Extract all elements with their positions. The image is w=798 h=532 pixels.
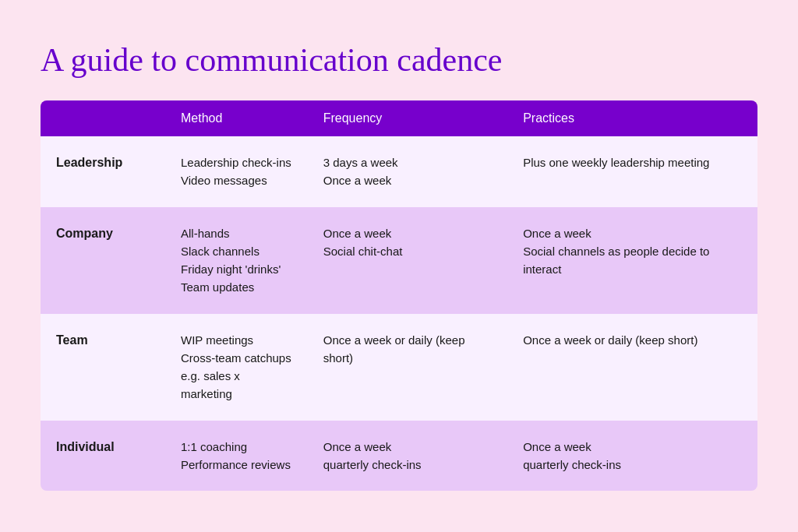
row-frequency: Once a week quarterly check-ins	[308, 421, 507, 491]
row-method: All-hands Slack channels Friday night 'd…	[165, 207, 308, 314]
table-row: TeamWIP meetings Cross-team catchups e.g…	[41, 314, 757, 421]
row-label: Leadership	[41, 136, 165, 207]
col-header-practices: Practices	[507, 100, 757, 136]
row-method: 1:1 coaching Performance reviews	[165, 421, 308, 491]
row-label: Individual	[41, 421, 165, 491]
table-row: CompanyAll-hands Slack channels Friday n…	[41, 207, 757, 314]
col-header-frequency: Frequency	[308, 100, 507, 136]
row-label: Team	[41, 314, 165, 421]
row-practices: Plus one weekly leadership meeting	[507, 136, 757, 207]
row-frequency: Once a week or daily (keep short)	[308, 314, 507, 421]
page-title: A guide to communication cadence	[41, 41, 757, 79]
row-method: Leadership check-ins Video messages	[165, 136, 308, 207]
row-label: Company	[41, 207, 165, 314]
row-frequency: 3 days a week Once a week	[308, 136, 507, 207]
row-frequency: Once a week Social chit-chat	[308, 207, 507, 314]
row-practices: Once a week or daily (keep short)	[507, 314, 757, 421]
col-header-method: Method	[165, 100, 308, 136]
table-row: Individual1:1 coaching Performance revie…	[41, 421, 757, 491]
table-header-row: Method Frequency Practices	[41, 100, 757, 136]
cadence-table: Method Frequency Practices LeadershipLea…	[41, 100, 757, 491]
row-practices: Once a week Social channels as people de…	[507, 207, 757, 314]
row-practices: Once a week quarterly check-ins	[507, 421, 757, 491]
col-header-category	[41, 100, 165, 136]
main-container: A guide to communication cadence Method …	[25, 18, 773, 514]
table-row: LeadershipLeadership check-ins Video mes…	[41, 136, 757, 207]
row-method: WIP meetings Cross-team catchups e.g. sa…	[165, 314, 308, 421]
